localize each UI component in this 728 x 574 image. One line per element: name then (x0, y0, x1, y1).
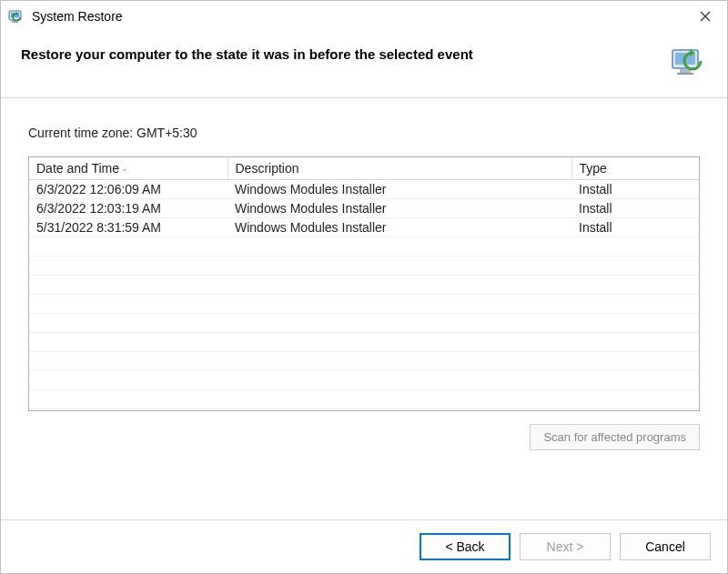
svg-rect-2 (12, 21, 18, 23)
timezone-label: Current time zone: GMT+5:30 (28, 126, 700, 140)
cell-date: 5/31/2022 8:31:59 AM (29, 218, 228, 237)
next-button[interactable]: Next > (520, 533, 611, 560)
table-row-empty (29, 371, 699, 390)
table-row-empty (29, 295, 699, 314)
system-restore-window: System Restore Restore your computer to … (0, 0, 728, 574)
scan-affected-programs-button[interactable]: Scan for affected programs (530, 424, 700, 450)
table-row-empty (29, 237, 699, 257)
footer: < Back Next > Cancel (1, 519, 727, 573)
header: Restore your computer to the state it wa… (1, 32, 727, 98)
restore-monitor-icon (671, 45, 707, 81)
svg-rect-6 (677, 73, 693, 75)
cancel-button[interactable]: Cancel (620, 533, 711, 560)
table-row-empty (29, 352, 699, 371)
column-header-type-label: Type (580, 161, 607, 176)
column-header-desc-label: Description (236, 161, 299, 176)
table-row[interactable]: 5/31/2022 8:31:59 AM Windows Modules Ins… (29, 218, 699, 237)
close-button[interactable] (689, 4, 722, 29)
table-row-empty (29, 257, 699, 276)
cell-desc: Windows Modules Installer (228, 199, 571, 218)
cell-desc: Windows Modules Installer (228, 218, 571, 237)
scan-row: Scan for affected programs (28, 424, 700, 450)
cell-type: Install (571, 180, 699, 199)
cell-date: 6/3/2022 12:06:09 AM (29, 180, 228, 199)
system-restore-icon (8, 8, 25, 25)
column-header-date-label: Date and Time (36, 161, 119, 176)
column-header-type[interactable]: Type (571, 157, 699, 180)
table-row-empty (29, 276, 699, 295)
back-button[interactable]: < Back (420, 533, 511, 560)
restore-points-table[interactable]: Date and Time⌄ Description Type 6/3/2022… (28, 156, 700, 411)
cell-date: 6/3/2022 12:03:19 AM (29, 199, 228, 218)
table-row[interactable]: 6/3/2022 12:06:09 AM Windows Modules Ins… (29, 180, 699, 199)
table-row-empty (29, 390, 699, 409)
content-area: Current time zone: GMT+5:30 Date and Tim… (1, 98, 727, 519)
titlebar: System Restore (1, 1, 727, 32)
table-row[interactable]: 6/3/2022 12:03:19 AM Windows Modules Ins… (29, 199, 699, 218)
cell-type: Install (571, 199, 699, 218)
table-row-empty (29, 314, 699, 333)
table-row-empty (29, 333, 699, 352)
column-header-date[interactable]: Date and Time⌄ (29, 157, 228, 180)
cell-type: Install (571, 218, 699, 237)
column-header-description[interactable]: Description (228, 157, 571, 180)
sort-arrow-icon: ⌄ (121, 164, 128, 173)
window-title: System Restore (32, 9, 123, 24)
header-title: Restore your computer to the state it wa… (21, 45, 662, 62)
cell-desc: Windows Modules Installer (228, 180, 571, 199)
